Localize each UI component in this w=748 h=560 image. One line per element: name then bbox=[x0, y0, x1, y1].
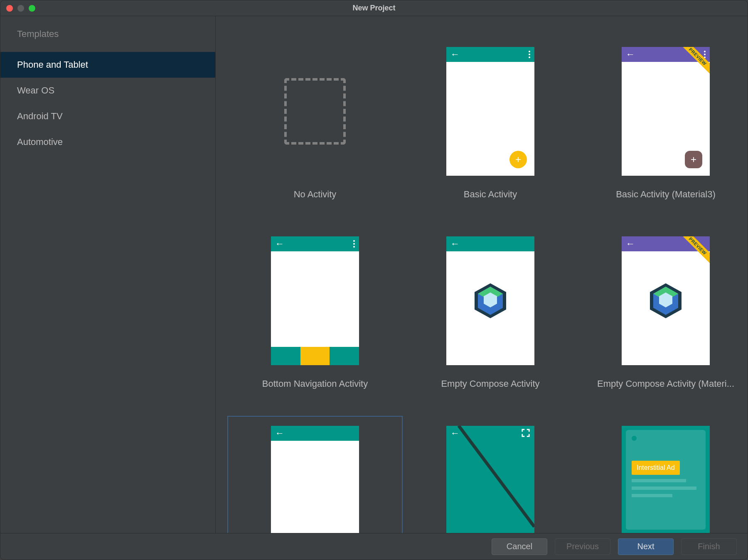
sidebar-item-label: Wear OS bbox=[17, 85, 54, 96]
overflow-menu-icon bbox=[353, 240, 355, 248]
template-thumbnail: ← bbox=[446, 236, 534, 365]
template-label: Bottom Navigation Activity bbox=[262, 378, 368, 389]
back-arrow-icon: ← bbox=[626, 50, 635, 59]
back-arrow-icon: ← bbox=[275, 239, 284, 248]
template-label: No Activity bbox=[294, 189, 337, 200]
ad-button: Interstitial Ad bbox=[632, 461, 680, 475]
back-arrow-icon: ← bbox=[626, 239, 635, 248]
ad-placeholder-line bbox=[632, 494, 672, 497]
new-project-window: New Project Templates Phone and Tablet W… bbox=[0, 0, 748, 560]
appbar: ← bbox=[271, 426, 359, 441]
dialog-body: Templates Phone and Tablet Wear OS Andro… bbox=[0, 16, 748, 533]
sidebar-heading: Templates bbox=[0, 29, 215, 52]
template-thumbnail: ← bbox=[271, 426, 359, 533]
dialog-footer: Cancel Previous Next Finish bbox=[0, 533, 748, 560]
empty-placeholder-icon bbox=[284, 78, 346, 145]
svg-line-8 bbox=[459, 426, 534, 527]
back-arrow-icon: ← bbox=[275, 429, 284, 438]
template-gallery[interactable]: No Activity ← + Basic Activity bbox=[216, 16, 748, 533]
ad-placeholder-line bbox=[632, 486, 696, 490]
titlebar: New Project bbox=[0, 0, 748, 16]
template-card-no-activity[interactable]: No Activity bbox=[227, 37, 403, 210]
window-controls bbox=[6, 5, 35, 12]
overflow-menu-icon bbox=[529, 51, 530, 58]
finish-button[interactable]: Finish bbox=[681, 538, 737, 555]
previous-button[interactable]: Previous bbox=[555, 538, 610, 555]
fab-icon: + bbox=[509, 151, 527, 168]
template-thumbnail bbox=[271, 47, 359, 176]
zoom-window-button[interactable] bbox=[29, 5, 35, 12]
template-thumbnail: ← PREVIEW + bbox=[622, 47, 710, 176]
minimize-window-button[interactable] bbox=[17, 5, 24, 12]
ad-placeholder-line bbox=[632, 479, 686, 482]
sidebar-item-android-tv[interactable]: Android TV bbox=[0, 103, 215, 129]
bottom-nav-active-icon bbox=[300, 347, 330, 365]
bottom-nav-bar bbox=[271, 347, 359, 365]
template-card-bottom-nav[interactable]: ← Bottom Navigation Activity bbox=[227, 226, 403, 399]
template-card-admob-partial[interactable]: Interstitial Ad bbox=[578, 416, 748, 533]
fullscreen-icon bbox=[521, 428, 530, 437]
template-label: Basic Activity (Material3) bbox=[616, 189, 716, 200]
template-card-fullscreen-partial[interactable]: ← bbox=[403, 416, 578, 533]
template-thumbnail: ← PREVIEW bbox=[622, 236, 710, 365]
template-thumbnail: ← bbox=[446, 426, 534, 533]
template-thumbnail: ← + bbox=[446, 47, 534, 176]
template-thumbnail: Interstitial Ad bbox=[622, 426, 710, 533]
template-card-empty-compose[interactable]: ← Empty Compose Activity bbox=[403, 226, 578, 399]
sidebar-item-wear-os[interactable]: Wear OS bbox=[0, 78, 215, 103]
template-grid: No Activity ← + Basic Activity bbox=[227, 37, 736, 533]
template-label: Empty Compose Activity (Materi... bbox=[597, 378, 734, 389]
template-thumbnail: ← bbox=[271, 236, 359, 365]
template-label: Empty Compose Activity bbox=[441, 378, 539, 389]
overflow-menu-icon bbox=[704, 51, 706, 58]
diagonal-line-icon bbox=[446, 426, 534, 533]
sidebar-item-automotive[interactable]: Automotive bbox=[0, 129, 215, 155]
sidebar-item-label: Phone and Tablet bbox=[17, 59, 88, 70]
window-title: New Project bbox=[352, 4, 395, 12]
template-card-selected-partial[interactable]: ← bbox=[227, 416, 403, 533]
close-window-button[interactable] bbox=[6, 5, 13, 12]
sidebar-item-phone-tablet[interactable]: Phone and Tablet bbox=[0, 52, 215, 78]
templates-sidebar: Templates Phone and Tablet Wear OS Andro… bbox=[0, 16, 216, 533]
back-arrow-icon: ← bbox=[450, 429, 460, 438]
sidebar-item-label: Automotive bbox=[17, 137, 63, 147]
compose-logo-icon bbox=[650, 283, 682, 318]
ad-frame: Interstitial Ad bbox=[626, 430, 706, 530]
template-card-empty-compose-m3[interactable]: ← PREVIEW Empty Compose Activity (Materi… bbox=[578, 226, 748, 399]
next-button[interactable]: Next bbox=[618, 538, 674, 555]
template-card-basic-activity-m3[interactable]: ← PREVIEW + Basic Activity (Material3) bbox=[578, 37, 748, 210]
fab-icon: + bbox=[685, 151, 702, 168]
template-card-basic-activity[interactable]: ← + Basic Activity bbox=[403, 37, 578, 210]
appbar: ← bbox=[446, 47, 534, 62]
sidebar-item-label: Android TV bbox=[17, 111, 63, 121]
template-label: Basic Activity bbox=[464, 189, 517, 200]
ad-dot-icon bbox=[632, 436, 637, 441]
cancel-button[interactable]: Cancel bbox=[492, 538, 547, 555]
appbar: ← bbox=[271, 236, 359, 251]
back-arrow-icon: ← bbox=[450, 239, 460, 248]
back-arrow-icon: ← bbox=[450, 50, 460, 59]
appbar: ← bbox=[446, 236, 534, 251]
compose-logo-icon bbox=[475, 283, 506, 318]
